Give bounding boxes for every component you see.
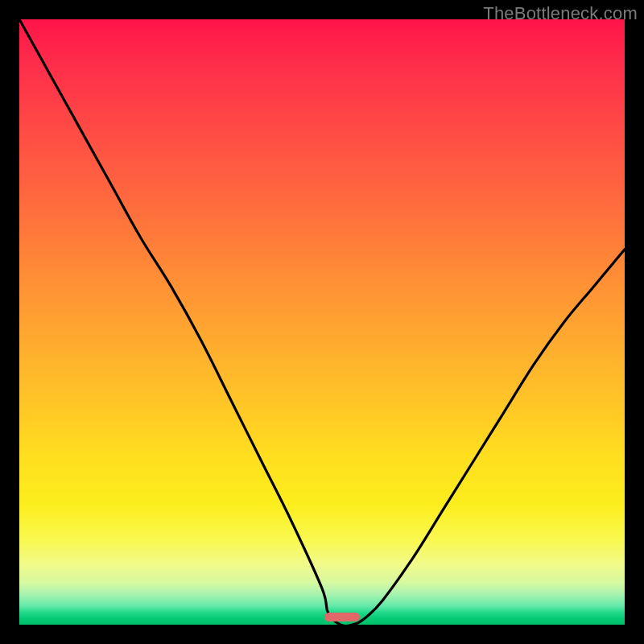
bottleneck-curve-path bbox=[19, 19, 625, 625]
chart-stage: TheBottleneck.com bbox=[0, 0, 644, 644]
plot-area bbox=[19, 19, 625, 625]
optimal-marker bbox=[324, 613, 360, 621]
bottleneck-curve bbox=[19, 19, 625, 625]
